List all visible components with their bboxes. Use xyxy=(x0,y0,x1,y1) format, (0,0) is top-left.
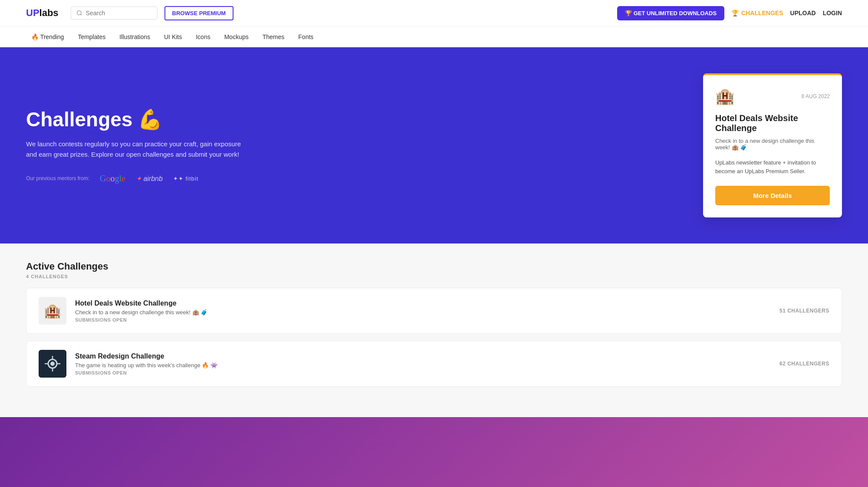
card-header: 🏨 8 AUG 2022 xyxy=(715,87,830,105)
challenge-desc-2: The game is heating up with this week's … xyxy=(75,362,771,369)
challenge-list-item[interactable]: 🏨 Hotel Deals Website Challenge Check in… xyxy=(26,288,842,334)
challenge-name-1: Hotel Deals Website Challenge xyxy=(75,299,771,307)
logo[interactable]: UPlabs xyxy=(26,7,59,19)
search-input[interactable] xyxy=(86,10,138,16)
hero-description: We launch contests regularly so you can … xyxy=(26,139,243,160)
challengers-count-2: 62 CHALLENGERS xyxy=(779,361,829,367)
more-details-button[interactable]: More Details xyxy=(715,186,830,205)
featured-challenge-card: 🏨 8 AUG 2022 Hotel Deals Website Challen… xyxy=(703,73,842,217)
hero-section: Challenges 💪 We launch contests regularl… xyxy=(0,47,868,244)
mentors-row: Our previous mentors from: Google ✦ airb… xyxy=(26,174,243,184)
card-prize: UpLabs newsletter feature + invitation t… xyxy=(715,158,830,175)
mentors-label: Our previous mentors from: xyxy=(26,175,89,181)
nav-item-icons[interactable]: Icons xyxy=(191,31,215,43)
login-link[interactable]: LOGIN xyxy=(823,10,842,16)
section-title: Active Challenges xyxy=(26,261,842,272)
challenge-info-2: Steam Redesign Challenge The game is hea… xyxy=(75,352,771,375)
challenge-status-1: SUBMISSIONS OPEN xyxy=(75,317,771,322)
card-subtitle: Check in to a new design challenge this … xyxy=(715,138,830,151)
fitbit-logo: ✦✦ fitbit xyxy=(173,175,198,182)
search-icon xyxy=(76,10,82,16)
nav-item-illustrations[interactable]: Illustrations xyxy=(114,31,155,43)
hero-left: Challenges 💪 We launch contests regularl… xyxy=(26,108,243,184)
challenges-nav-link[interactable]: 🏆 CHALLENGES xyxy=(731,10,783,16)
browse-premium-button[interactable]: BROWSE PREMIUM xyxy=(164,6,234,20)
challengers-count-1: 51 CHALLENGERS xyxy=(779,308,829,314)
logo-labs: labs xyxy=(39,7,59,19)
card-date: 8 AUG 2022 xyxy=(802,93,830,99)
challenge-thumb-1: 🏨 xyxy=(39,297,66,325)
nav-item-mockups[interactable]: Mockups xyxy=(219,31,254,43)
hero-title: Challenges 💪 xyxy=(26,108,243,131)
nav-item-ui-kits[interactable]: UI Kits xyxy=(159,31,187,43)
logo-up: UP xyxy=(26,7,39,19)
steam-icon xyxy=(44,355,61,372)
header-right: 🏆 GET UNLIMITED DOWNLOADS 🏆 CHALLENGES U… xyxy=(617,6,842,20)
nav-item-fonts[interactable]: Fonts xyxy=(293,31,319,43)
svg-line-1 xyxy=(80,14,82,16)
main-content: Active Challenges 4 CHALLENGES 🏨 Hotel D… xyxy=(0,244,868,417)
card-title: Hotel Deals Website Challenge xyxy=(715,113,830,133)
header: UPlabs BROWSE PREMIUM 🏆 GET UNLIMITED DO… xyxy=(0,0,868,47)
challenge-thumb-2 xyxy=(39,350,66,378)
nav-item-themes[interactable]: Themes xyxy=(257,31,290,43)
challenge-name-2: Steam Redesign Challenge xyxy=(75,352,771,360)
challenge-info-1: Hotel Deals Website Challenge Check in t… xyxy=(75,299,771,322)
nav-item-trending[interactable]: 🔥 Trending xyxy=(26,31,69,43)
challenge-list-item-2[interactable]: Steam Redesign Challenge The game is hea… xyxy=(26,341,842,387)
challenge-desc-1: Check in to a new design challenge this … xyxy=(75,309,771,316)
svg-point-4 xyxy=(50,362,55,366)
unlimited-downloads-button[interactable]: 🏆 GET UNLIMITED DOWNLOADS xyxy=(617,6,724,20)
nav-item-templates[interactable]: Templates xyxy=(72,31,111,43)
airbnb-logo: ✦ airbnb xyxy=(136,174,163,183)
search-box xyxy=(71,7,158,20)
challenge-status-2: SUBMISSIONS OPEN xyxy=(75,370,771,375)
trophy-icon: 🏆 xyxy=(731,10,739,16)
main-nav: 🔥 Trending Templates Illustrations UI Ki… xyxy=(0,26,868,47)
google-logo: Google xyxy=(100,174,125,184)
hero-emoji: 💪 xyxy=(138,108,162,131)
card-emoji: 🏨 xyxy=(715,87,735,105)
upload-link[interactable]: UPLOAD xyxy=(790,10,816,16)
challenges-count: 4 CHALLENGES xyxy=(26,274,842,279)
svg-point-0 xyxy=(77,11,81,15)
